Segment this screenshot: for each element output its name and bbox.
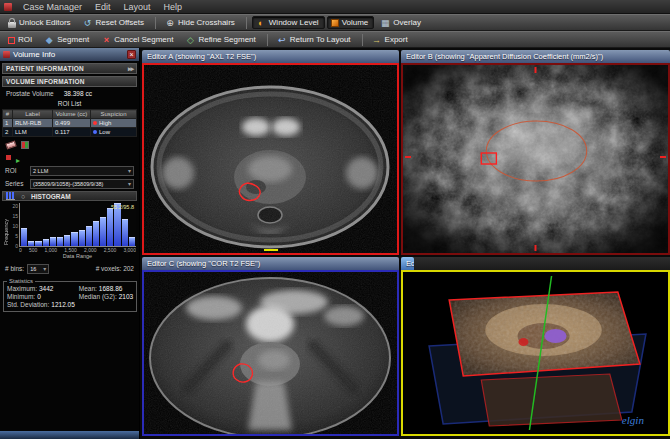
roi-marker-icon[interactable]: [6, 155, 11, 160]
window-level-button[interactable]: Window Level: [252, 16, 325, 29]
editor-b-titlebar[interactable]: Editor B (showing "Apparent Diffusion Co…: [401, 50, 670, 63]
reset-offsets-button[interactable]: Reset Offsets: [79, 16, 150, 29]
roi-tools-row: [2, 139, 137, 150]
label-tag-icon[interactable]: [21, 141, 29, 149]
histogram-bar: [28, 241, 34, 246]
reset-icon: [83, 18, 93, 28]
panel-title: Volume Info: [13, 50, 55, 59]
patient-information-section[interactable]: PATIENT INFORMATION: [2, 63, 137, 74]
roi-dropdown[interactable]: 2 LLM: [30, 166, 134, 176]
overlay-button[interactable]: Overlay: [376, 16, 427, 29]
editor-b-frame[interactable]: [401, 63, 670, 255]
menu-layout[interactable]: Layout: [118, 0, 157, 13]
editor-c-frame[interactable]: [142, 270, 399, 436]
histogram-bar: [35, 241, 41, 246]
series-select-row: Series (35809/9/1058)-(35809/9/38): [2, 178, 137, 189]
histogram-bar: [100, 217, 106, 246]
statistics-group: Statistics Maximum:3442 Mean:1688.86 Min…: [3, 278, 137, 312]
menu-case-manager[interactable]: Case Manager: [17, 0, 88, 13]
histogram-bar: [64, 235, 70, 246]
cancel-segment-button[interactable]: Cancel Segment: [97, 33, 179, 46]
return-to-layout-icon: [277, 35, 287, 45]
chart-icon[interactable]: [6, 192, 15, 200]
overlay-icon: [380, 18, 390, 28]
editor-b: Editor B (showing "Apparent Diffusion Co…: [401, 50, 670, 255]
editor-d-titlebar-spacer: [414, 257, 670, 270]
secondary-toolbar: ROI Segment Cancel Segment Refine Segmen…: [0, 31, 670, 48]
application-window: Case Manager Edit Layout Help Unlock Edi…: [0, 0, 670, 439]
eraser-icon[interactable]: [5, 140, 16, 149]
volume-icon: [331, 19, 339, 27]
refine-segment-button[interactable]: Refine Segment: [181, 33, 261, 46]
goto-roi-icon[interactable]: [16, 149, 20, 167]
editor-a-frame[interactable]: [142, 63, 399, 255]
segment-button[interactable]: Segment: [40, 33, 95, 46]
volume-information-section[interactable]: VOLUME INFORMATION: [2, 76, 137, 87]
stat-median: Median (G2):2103: [79, 293, 133, 300]
toolbar-separator: [267, 34, 268, 46]
roi-table-header: # Label Volume (cc) Suspicion: [3, 110, 137, 119]
stat-std-deviation: Std. Deviation:1212.05: [7, 301, 75, 308]
toolbar-separator: [246, 17, 247, 29]
three-d-view: elgin: [403, 272, 668, 434]
prostate-volume-value: 38.398 cc: [64, 90, 92, 97]
stat-minimum: Minimum:0: [7, 293, 75, 300]
bins-row: # bins: 16 # voxels: 202: [2, 263, 137, 274]
histogram-header: HISTOGRAM: [2, 191, 137, 201]
editor-a-titlebar[interactable]: Editor A (showing "AXL T2 FSE"): [142, 50, 399, 63]
roi-3d-blob-red: [518, 338, 528, 346]
editor-c-titlebar[interactable]: Editor C (showing "COR T2 FSE"): [142, 257, 399, 270]
histogram-bar: [79, 230, 85, 246]
histogram-yticks: 05101520: [10, 203, 19, 261]
toolbar-separator: [155, 17, 156, 29]
series-dropdown[interactable]: (35809/9/1058)-(35809/9/38): [30, 179, 134, 189]
unlock-editors-button[interactable]: Unlock Editors: [4, 16, 77, 29]
export-button[interactable]: Export: [368, 33, 414, 46]
histogram-bars: 55.2/95.8: [19, 203, 136, 247]
editor-d-titlebar[interactable]: Editor D (showing "AXL T2 FSE"): [401, 257, 414, 270]
window-level-icon: [256, 18, 266, 28]
editor-c: Editor C (showing "COR T2 FSE"): [142, 257, 399, 436]
volume-button[interactable]: Volume: [327, 16, 375, 29]
editor-d-frame[interactable]: elgin: [401, 270, 670, 436]
bins-dropdown[interactable]: 16: [27, 264, 49, 274]
cancel-segment-icon: [101, 35, 111, 45]
adc-map-image: [403, 65, 668, 253]
stat-maximum: Maximum:3442: [7, 285, 75, 292]
menu-bar: Case Manager Edit Layout Help: [0, 0, 670, 14]
menu-help[interactable]: Help: [158, 0, 189, 13]
suspicion-dot: [93, 121, 97, 125]
voxels-count: # voxels: 202: [96, 265, 134, 272]
menu-edit[interactable]: Edit: [89, 0, 117, 13]
histogram-bar: [21, 228, 27, 246]
primary-toolbar: Unlock Editors Reset Offsets Hide Crossh…: [0, 14, 670, 31]
app-icon: [4, 3, 12, 11]
histogram-bar: [71, 232, 77, 246]
panel-icon: [3, 51, 10, 58]
roi-button[interactable]: ROI: [4, 33, 38, 46]
close-icon[interactable]: [127, 50, 136, 59]
export-icon: [372, 35, 382, 45]
histogram-bar: [86, 226, 92, 246]
viewport-grid: Editor A (showing "AXL T2 FSE"): [140, 48, 670, 439]
histogram-ylabel: Frequency: [3, 203, 10, 261]
prostate-volume-row: Prostate Volume 38.398 cc: [2, 89, 137, 98]
axial-t2-image: [144, 65, 397, 253]
panel-footer: [0, 431, 139, 439]
table-row[interactable]: 2 LLM 0.117 Low: [3, 128, 137, 137]
roi-select-row: ROI 2 LLM: [2, 165, 137, 176]
panel-titlebar[interactable]: Volume Info: [0, 48, 139, 61]
table-row[interactable]: 1 RLM-RLB 0.499 High: [3, 119, 137, 128]
coronal-t2-image: [144, 272, 397, 434]
magnifier-icon[interactable]: [18, 191, 28, 201]
expand-icon[interactable]: [128, 65, 133, 73]
roi-list-label: ROI List: [2, 100, 137, 107]
histogram-bar: [43, 239, 49, 246]
editor-d: Editor D (showing "AXL T2 FSE"): [401, 257, 670, 436]
roi-icon: [8, 37, 15, 44]
chevron-down-icon: [128, 167, 131, 174]
lock-icon: [8, 22, 16, 28]
hide-crosshairs-button[interactable]: Hide Crosshairs: [161, 16, 241, 29]
chevron-down-icon: [43, 265, 46, 272]
return-to-layout-button[interactable]: Return To Layout: [273, 33, 357, 46]
